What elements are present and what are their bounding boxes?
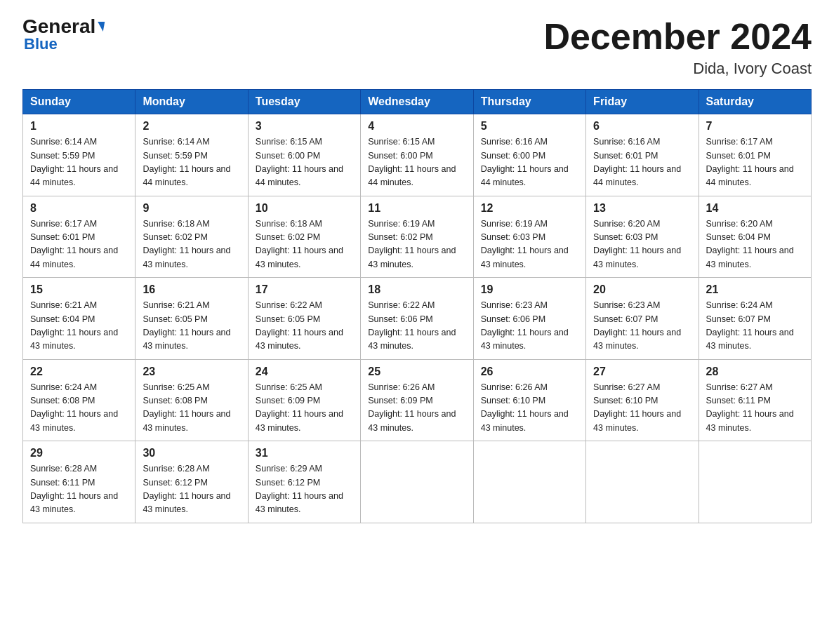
day-number: 19 <box>481 283 578 296</box>
logo-arrow-icon <box>96 22 105 32</box>
calendar-week-row: 22 Sunrise: 6:24 AM Sunset: 6:08 PM Dayl… <box>23 359 812 441</box>
day-info: Sunrise: 6:16 AM Sunset: 6:00 PM Dayligh… <box>481 135 578 190</box>
day-number: 23 <box>143 365 240 378</box>
location: Dida, Ivory Coast <box>543 60 812 78</box>
day-info: Sunrise: 6:14 AM Sunset: 5:59 PM Dayligh… <box>143 135 240 190</box>
day-number: 22 <box>30 365 128 378</box>
day-number: 31 <box>256 447 353 459</box>
calendar-cell: 29 Sunrise: 6:28 AM Sunset: 6:11 PM Dayl… <box>23 441 135 523</box>
calendar-cell: 10 Sunrise: 6:18 AM Sunset: 6:02 PM Dayl… <box>248 196 360 278</box>
day-number: 15 <box>30 283 128 296</box>
calendar-cell: 13 Sunrise: 6:20 AM Sunset: 6:03 PM Dayl… <box>586 196 699 278</box>
day-info: Sunrise: 6:21 AM Sunset: 6:05 PM Dayligh… <box>143 299 240 354</box>
logo-blue: Blue <box>22 35 58 53</box>
day-number: 10 <box>256 202 353 215</box>
day-info: Sunrise: 6:26 AM Sunset: 6:09 PM Dayligh… <box>368 381 465 436</box>
calendar-cell <box>473 441 585 523</box>
day-number: 4 <box>368 120 465 133</box>
col-header-thursday: Thursday <box>473 90 585 114</box>
col-header-sunday: Sunday <box>23 90 135 114</box>
day-info: Sunrise: 6:22 AM Sunset: 6:06 PM Dayligh… <box>368 299 465 354</box>
day-number: 13 <box>593 202 691 215</box>
logo-text: General <box>22 17 95 36</box>
calendar-week-row: 15 Sunrise: 6:21 AM Sunset: 6:04 PM Dayl… <box>23 278 812 360</box>
day-info: Sunrise: 6:17 AM Sunset: 6:01 PM Dayligh… <box>706 135 804 190</box>
day-number: 20 <box>593 283 691 296</box>
calendar-cell: 11 Sunrise: 6:19 AM Sunset: 6:02 PM Dayl… <box>361 196 473 278</box>
day-number: 18 <box>368 283 465 296</box>
day-info: Sunrise: 6:24 AM Sunset: 6:07 PM Dayligh… <box>706 299 804 354</box>
day-info: Sunrise: 6:23 AM Sunset: 6:07 PM Dayligh… <box>593 299 691 354</box>
day-info: Sunrise: 6:26 AM Sunset: 6:10 PM Dayligh… <box>481 381 578 436</box>
calendar-cell: 16 Sunrise: 6:21 AM Sunset: 6:05 PM Dayl… <box>135 278 248 360</box>
calendar-cell: 15 Sunrise: 6:21 AM Sunset: 6:04 PM Dayl… <box>23 278 135 360</box>
calendar-cell: 7 Sunrise: 6:17 AM Sunset: 6:01 PM Dayli… <box>699 114 811 196</box>
day-number: 29 <box>30 447 128 459</box>
col-header-wednesday: Wednesday <box>361 90 473 114</box>
calendar-cell: 17 Sunrise: 6:22 AM Sunset: 6:05 PM Dayl… <box>248 278 360 360</box>
day-number: 24 <box>256 365 353 378</box>
day-number: 9 <box>143 202 240 215</box>
day-info: Sunrise: 6:14 AM Sunset: 5:59 PM Dayligh… <box>30 135 128 190</box>
calendar-cell: 1 Sunrise: 6:14 AM Sunset: 5:59 PM Dayli… <box>23 114 135 196</box>
day-number: 8 <box>30 202 128 215</box>
day-number: 30 <box>143 447 240 459</box>
calendar-cell: 2 Sunrise: 6:14 AM Sunset: 5:59 PM Dayli… <box>135 114 248 196</box>
calendar-cell: 26 Sunrise: 6:26 AM Sunset: 6:10 PM Dayl… <box>473 359 585 441</box>
day-info: Sunrise: 6:25 AM Sunset: 6:09 PM Dayligh… <box>256 381 353 436</box>
calendar-cell <box>586 441 699 523</box>
calendar-cell: 31 Sunrise: 6:29 AM Sunset: 6:12 PM Dayl… <box>248 441 360 523</box>
day-info: Sunrise: 6:28 AM Sunset: 6:12 PM Dayligh… <box>143 462 240 517</box>
day-info: Sunrise: 6:20 AM Sunset: 6:03 PM Dayligh… <box>593 217 691 272</box>
day-info: Sunrise: 6:27 AM Sunset: 6:11 PM Dayligh… <box>706 381 804 436</box>
day-info: Sunrise: 6:17 AM Sunset: 6:01 PM Dayligh… <box>30 217 128 272</box>
day-number: 1 <box>30 120 128 133</box>
calendar-cell: 20 Sunrise: 6:23 AM Sunset: 6:07 PM Dayl… <box>586 278 699 360</box>
day-info: Sunrise: 6:25 AM Sunset: 6:08 PM Dayligh… <box>143 381 240 436</box>
calendar-cell: 6 Sunrise: 6:16 AM Sunset: 6:01 PM Dayli… <box>586 114 699 196</box>
day-info: Sunrise: 6:16 AM Sunset: 6:01 PM Dayligh… <box>593 135 691 190</box>
day-number: 11 <box>368 202 465 215</box>
day-info: Sunrise: 6:27 AM Sunset: 6:10 PM Dayligh… <box>593 381 691 436</box>
col-header-tuesday: Tuesday <box>248 90 360 114</box>
day-info: Sunrise: 6:18 AM Sunset: 6:02 PM Dayligh… <box>256 217 353 272</box>
day-number: 25 <box>368 365 465 378</box>
calendar-cell: 24 Sunrise: 6:25 AM Sunset: 6:09 PM Dayl… <box>248 359 360 441</box>
day-number: 21 <box>706 283 804 296</box>
day-number: 3 <box>256 120 353 133</box>
calendar-cell: 30 Sunrise: 6:28 AM Sunset: 6:12 PM Dayl… <box>135 441 248 523</box>
day-number: 17 <box>256 283 353 296</box>
calendar-header-row: SundayMondayTuesdayWednesdayThursdayFrid… <box>23 90 812 114</box>
calendar-cell: 5 Sunrise: 6:16 AM Sunset: 6:00 PM Dayli… <box>473 114 585 196</box>
day-number: 5 <box>481 120 578 133</box>
logo-general: General <box>22 15 95 37</box>
day-info: Sunrise: 6:28 AM Sunset: 6:11 PM Dayligh… <box>30 462 128 517</box>
day-number: 16 <box>143 283 240 296</box>
title-area: December 2024 Dida, Ivory Coast <box>543 17 812 78</box>
col-header-saturday: Saturday <box>699 90 811 114</box>
day-number: 2 <box>143 120 240 133</box>
calendar-week-row: 8 Sunrise: 6:17 AM Sunset: 6:01 PM Dayli… <box>23 196 812 278</box>
calendar-table: SundayMondayTuesdayWednesdayThursdayFrid… <box>22 89 812 523</box>
calendar-cell: 21 Sunrise: 6:24 AM Sunset: 6:07 PM Dayl… <box>699 278 811 360</box>
calendar-cell: 23 Sunrise: 6:25 AM Sunset: 6:08 PM Dayl… <box>135 359 248 441</box>
calendar-cell: 12 Sunrise: 6:19 AM Sunset: 6:03 PM Dayl… <box>473 196 585 278</box>
header: General Blue December 2024 Dida, Ivory C… <box>22 17 812 78</box>
calendar-cell: 3 Sunrise: 6:15 AM Sunset: 6:00 PM Dayli… <box>248 114 360 196</box>
col-header-friday: Friday <box>586 90 699 114</box>
calendar-cell <box>361 441 473 523</box>
day-info: Sunrise: 6:15 AM Sunset: 6:00 PM Dayligh… <box>368 135 465 190</box>
day-info: Sunrise: 6:21 AM Sunset: 6:04 PM Dayligh… <box>30 299 128 354</box>
col-header-monday: Monday <box>135 90 248 114</box>
calendar-cell: 8 Sunrise: 6:17 AM Sunset: 6:01 PM Dayli… <box>23 196 135 278</box>
day-info: Sunrise: 6:15 AM Sunset: 6:00 PM Dayligh… <box>256 135 353 190</box>
day-info: Sunrise: 6:20 AM Sunset: 6:04 PM Dayligh… <box>706 217 804 272</box>
calendar-cell <box>699 441 811 523</box>
calendar-cell: 9 Sunrise: 6:18 AM Sunset: 6:02 PM Dayli… <box>135 196 248 278</box>
day-info: Sunrise: 6:23 AM Sunset: 6:06 PM Dayligh… <box>481 299 578 354</box>
day-number: 27 <box>593 365 691 378</box>
calendar-cell: 14 Sunrise: 6:20 AM Sunset: 6:04 PM Dayl… <box>699 196 811 278</box>
day-number: 26 <box>481 365 578 378</box>
day-info: Sunrise: 6:18 AM Sunset: 6:02 PM Dayligh… <box>143 217 240 272</box>
day-number: 7 <box>706 120 804 133</box>
